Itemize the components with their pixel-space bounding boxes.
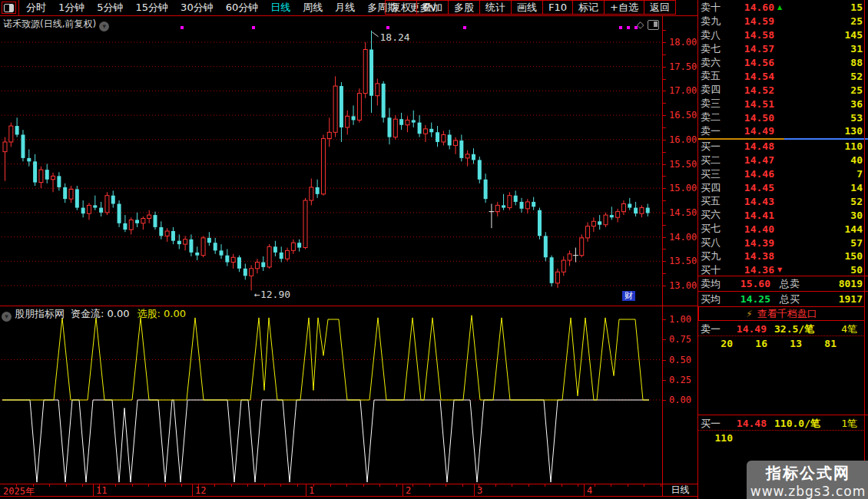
level-price: 14.41 <box>728 210 774 221</box>
menu-item-周线[interactable]: 周线 <box>297 0 329 15</box>
stock-pick-value: 0.00 <box>164 308 186 319</box>
queue-order-size: 81 <box>802 338 837 350</box>
date-tick <box>628 484 628 487</box>
financial-report-badge[interactable]: 财 <box>622 291 635 301</box>
buy-queue: 110 <box>698 432 863 444</box>
axis-tick <box>663 55 666 55</box>
order-book-row-卖四[interactable]: 卖四14.5225 <box>698 83 868 97</box>
panel-toggle-icon[interactable] <box>648 20 659 30</box>
candlestick-chart[interactable]: 18.24←12.90 <box>0 15 662 306</box>
buy-one-detail-row[interactable]: 买一 14.48 110.0/笔 1笔 <box>698 417 863 431</box>
order-book-row-卖一[interactable]: 卖一14.49130 <box>698 124 868 138</box>
avg-price: 14.25 <box>728 293 770 305</box>
menu-item-分时[interactable]: 分时 <box>20 0 52 15</box>
date-tick <box>330 484 331 487</box>
axis-tick <box>663 140 666 140</box>
sell-one-price: 14.49 <box>727 323 767 335</box>
menu-item-60分钟[interactable]: 60分钟 <box>220 0 265 15</box>
menu-button-F10[interactable]: F10 <box>543 0 573 15</box>
level-volume: 7 <box>785 168 863 180</box>
axis-tick <box>663 79 666 80</box>
menu-button-返回[interactable]: 返回 <box>644 0 676 15</box>
date-tick <box>82 484 83 487</box>
order-book-row-卖七[interactable]: 卖七14.5731 <box>698 42 868 56</box>
chevron-down-icon[interactable]: ▾ <box>2 312 12 322</box>
menu-divider <box>18 0 19 15</box>
svg-text:←12.90: ←12.90 <box>254 289 290 300</box>
indicator-chart[interactable] <box>0 306 662 484</box>
order-book-row-买六[interactable]: 买六14.4130 <box>698 208 868 222</box>
level-label: 买八 <box>701 236 728 250</box>
level-volume: 14 <box>785 182 863 193</box>
price-tick-label: 13.50 <box>669 256 697 266</box>
indicator-source: 股朋指标网 <box>15 308 65 319</box>
level-label: 买四 <box>701 181 728 195</box>
trading-app-window: 分时1分钟5分钟15分钟30分钟60分钟日线周线月线多周期更多∨ 复权叠加多股统… <box>0 0 868 499</box>
axis-tick <box>663 164 666 165</box>
fund-flow-label: 资金流: <box>71 308 104 319</box>
menu-item-15分钟[interactable]: 15分钟 <box>130 0 175 15</box>
diamond-icon[interactable]: ◇ <box>637 19 644 30</box>
average-row-卖均: 卖均15.60总卖8019 <box>698 276 868 291</box>
menu-button-标记[interactable]: 标记 <box>573 0 605 15</box>
level-volume: 130 <box>785 125 863 137</box>
order-book-row-买五[interactable]: 买五14.4352 <box>698 194 868 208</box>
axis-tick <box>663 339 666 340</box>
axis-tick <box>663 67 666 68</box>
order-book-row-买二[interactable]: 买二14.4740 <box>698 154 868 167</box>
level-label: 卖三 <box>701 97 728 111</box>
axis-tick <box>663 213 666 213</box>
order-book-row-买八[interactable]: 买八14.3957 <box>698 236 868 250</box>
order-book-row-卖十[interactable]: 卖十14.60▲15 <box>698 1 868 15</box>
order-book-row-买九[interactable]: 买九14.38150 <box>698 250 868 263</box>
menu-item-日线[interactable]: 日线 <box>264 0 297 15</box>
axis-tick <box>663 152 666 153</box>
date-label: 4 <box>587 485 592 496</box>
order-book-row-卖八[interactable]: 卖八14.58145 <box>698 28 868 42</box>
menu-button-复权[interactable]: 复权 <box>385 0 417 15</box>
menu-item-1分钟[interactable]: 1分钟 <box>52 0 91 15</box>
buy-one-count: 1笔 <box>820 417 857 431</box>
period-menu: 分时1分钟5分钟15分钟30分钟60分钟日线周线月线多周期更多∨ <box>20 0 443 15</box>
menu-button-叠加[interactable]: 叠加 <box>417 0 449 15</box>
order-book-row-买一[interactable]: 买一14.48110 <box>698 140 868 154</box>
price-tick-label: 15.00 <box>669 183 697 193</box>
date-label: 1 <box>309 485 314 496</box>
level-volume: 36 <box>785 98 863 110</box>
menu-button-画线[interactable]: 画线 <box>512 0 543 15</box>
level-price: 14.40 <box>728 223 774 235</box>
order-book-row-买三[interactable]: 买三14.467 <box>698 167 868 181</box>
stock-title: 诺禾致源(日线,前复权) <box>3 18 96 29</box>
total-label: 总买 <box>780 292 810 306</box>
menu-item-30分钟[interactable]: 30分钟 <box>174 0 220 15</box>
order-book-row-买七[interactable]: 买七14.40144 <box>698 222 868 236</box>
menu-button-+自选[interactable]: +自选 <box>605 0 644 15</box>
split-pane-icon[interactable] <box>2 2 16 14</box>
order-book-row-卖五[interactable]: 卖五14.5452 <box>698 69 868 83</box>
date-tick <box>661 484 661 487</box>
order-book-row-卖六[interactable]: 卖六14.5688 <box>698 56 868 70</box>
date-tick <box>297 484 298 487</box>
order-book-row-卖二[interactable]: 卖二14.5053 <box>698 111 868 124</box>
menu-item-5分钟[interactable]: 5分钟 <box>91 0 129 15</box>
period-indicator[interactable]: 日线 <box>662 484 698 497</box>
date-label: 11 <box>96 485 107 496</box>
level-volume: 88 <box>785 57 863 68</box>
order-book-row-买四[interactable]: 买四14.4514 <box>698 181 868 195</box>
buy-one-per-trade: 110.0/笔 <box>774 417 820 431</box>
menu-button-统计[interactable]: 统计 <box>480 0 512 15</box>
sell-one-detail-row[interactable]: 卖一 14.49 32.5/笔 4笔 <box>698 322 863 336</box>
order-book-row-卖九[interactable]: 卖九14.5925 <box>698 15 868 28</box>
date-tick <box>363 484 364 487</box>
menu-item-月线[interactable]: 月线 <box>329 0 361 15</box>
menu-button-多股[interactable]: 多股 <box>449 0 480 15</box>
view-thousand-levels-button[interactable]: ⚡查看千档盘口 <box>698 306 865 321</box>
level-label: 买九 <box>701 250 728 263</box>
date-tick <box>280 484 281 487</box>
level-price: 14.46 <box>728 168 774 180</box>
price-tick-label: 17.50 <box>669 61 697 72</box>
ticket-divider <box>698 415 868 415</box>
level-volume: 53 <box>785 112 863 124</box>
chevron-down-icon[interactable]: ▾ <box>99 21 109 31</box>
order-book-row-卖三[interactable]: 卖三14.5136 <box>698 97 868 111</box>
